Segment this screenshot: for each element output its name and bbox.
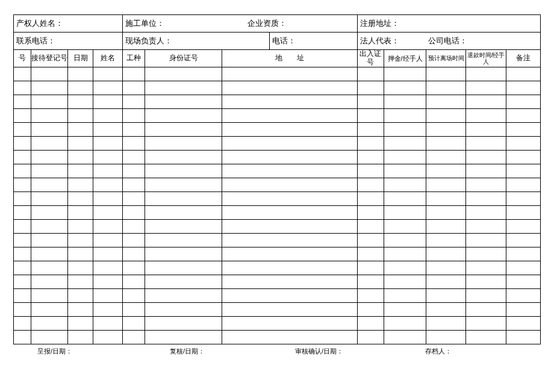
cell[interactable] (31, 95, 68, 109)
cell[interactable] (466, 261, 506, 275)
cell[interactable] (426, 109, 466, 123)
cell[interactable] (14, 178, 31, 192)
cell[interactable] (68, 206, 93, 220)
cell[interactable] (145, 178, 222, 192)
cell[interactable] (31, 261, 68, 275)
cell[interactable] (384, 95, 426, 109)
cell[interactable] (145, 95, 222, 109)
cell[interactable] (426, 206, 466, 220)
cell[interactable] (506, 178, 540, 192)
cell[interactable] (31, 289, 68, 303)
cell[interactable] (506, 164, 540, 178)
cell[interactable] (426, 164, 466, 178)
cell[interactable] (122, 123, 145, 137)
cell[interactable] (122, 261, 145, 275)
cell[interactable] (506, 151, 540, 164)
cell[interactable] (357, 275, 384, 289)
cell[interactable] (384, 109, 426, 123)
cell[interactable] (93, 95, 122, 109)
cell[interactable] (357, 164, 384, 178)
cell[interactable] (222, 137, 357, 151)
cell[interactable] (384, 331, 426, 344)
cell[interactable] (384, 317, 426, 331)
cell[interactable] (93, 151, 122, 164)
cell[interactable] (93, 164, 122, 178)
cell[interactable] (145, 289, 222, 303)
cell[interactable] (384, 275, 426, 289)
cell[interactable] (145, 234, 222, 247)
cell[interactable] (506, 137, 540, 151)
cell[interactable] (93, 220, 122, 234)
cell[interactable] (14, 192, 31, 206)
cell[interactable] (222, 234, 357, 247)
cell[interactable] (357, 178, 384, 192)
cell[interactable] (357, 261, 384, 275)
cell[interactable] (222, 192, 357, 206)
cell[interactable] (93, 178, 122, 192)
cell[interactable] (222, 206, 357, 220)
cell[interactable] (466, 178, 506, 192)
cell[interactable] (506, 317, 540, 331)
cell[interactable] (145, 164, 222, 178)
cell[interactable] (384, 261, 426, 275)
cell[interactable] (384, 137, 426, 151)
cell[interactable] (357, 123, 384, 137)
cell[interactable] (426, 137, 466, 151)
cell[interactable] (222, 261, 357, 275)
cell[interactable] (122, 81, 145, 95)
cell[interactable] (384, 206, 426, 220)
cell[interactable] (506, 109, 540, 123)
cell[interactable] (506, 67, 540, 81)
cell[interactable] (14, 137, 31, 151)
cell[interactable] (122, 137, 145, 151)
cell[interactable] (31, 275, 68, 289)
cell[interactable] (145, 303, 222, 317)
cell[interactable] (466, 109, 506, 123)
cell[interactable] (68, 317, 93, 331)
cell[interactable] (222, 178, 357, 192)
cell[interactable] (14, 247, 31, 261)
cell[interactable] (506, 261, 540, 275)
cell[interactable] (466, 247, 506, 261)
cell[interactable] (426, 331, 466, 344)
cell[interactable] (357, 331, 384, 344)
cell[interactable] (357, 247, 384, 261)
cell[interactable] (384, 247, 426, 261)
cell[interactable] (466, 303, 506, 317)
cell[interactable] (426, 151, 466, 164)
cell[interactable] (122, 164, 145, 178)
cell[interactable] (426, 234, 466, 247)
cell[interactable] (122, 331, 145, 344)
cell[interactable] (357, 81, 384, 95)
cell[interactable] (426, 220, 466, 234)
cell[interactable] (122, 178, 145, 192)
cell[interactable] (357, 303, 384, 317)
cell[interactable] (384, 234, 426, 247)
cell[interactable] (145, 151, 222, 164)
cell[interactable] (93, 192, 122, 206)
cell[interactable] (426, 247, 466, 261)
cell[interactable] (426, 95, 466, 109)
cell[interactable] (384, 164, 426, 178)
cell[interactable] (31, 164, 68, 178)
cell[interactable] (122, 192, 145, 206)
cell[interactable] (122, 109, 145, 123)
cell[interactable] (68, 303, 93, 317)
cell[interactable] (122, 220, 145, 234)
cell[interactable] (14, 67, 31, 81)
cell[interactable] (14, 206, 31, 220)
cell[interactable] (222, 247, 357, 261)
cell[interactable] (426, 289, 466, 303)
cell[interactable] (31, 303, 68, 317)
cell[interactable] (357, 234, 384, 247)
cell[interactable] (466, 331, 506, 344)
cell[interactable] (68, 123, 93, 137)
cell[interactable] (384, 289, 426, 303)
cell[interactable] (426, 303, 466, 317)
cell[interactable] (14, 109, 31, 123)
cell[interactable] (68, 95, 93, 109)
cell[interactable] (384, 81, 426, 95)
cell[interactable] (68, 192, 93, 206)
cell[interactable] (122, 206, 145, 220)
cell[interactable] (145, 261, 222, 275)
